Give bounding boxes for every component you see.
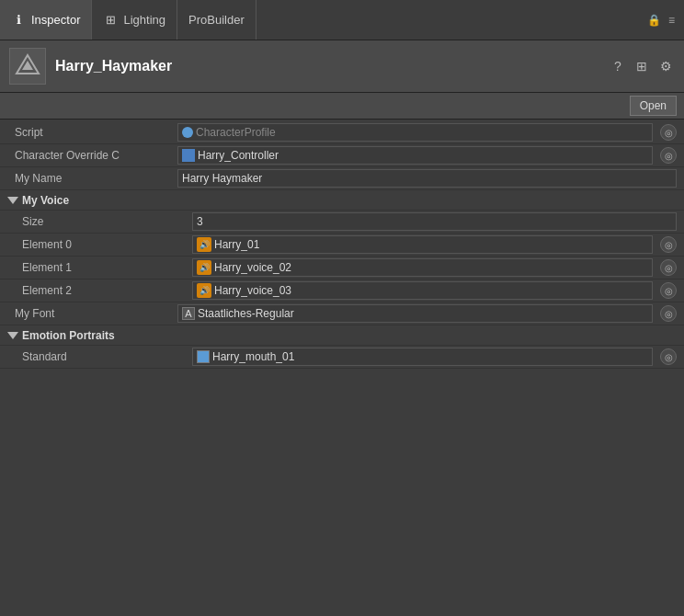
element-2-value-text: Harry_voice_03	[214, 284, 291, 297]
lighting-icon: ⊞	[103, 13, 118, 28]
inspector-panel: Harry_Haymaker ? ⊞ ⚙ Open Script Charact…	[0, 40, 684, 616]
open-button[interactable]: Open	[630, 96, 677, 116]
tab-bar-actions: 🔒 ≡	[647, 0, 684, 40]
object-icon	[9, 48, 46, 85]
character-override-input[interactable]: Harry_Controller	[177, 146, 653, 165]
script-value-wrapper: CharacterProfile ◎	[177, 123, 677, 142]
element-0-value-text: Harry_01	[214, 238, 259, 251]
more-icon[interactable]: ≡	[668, 14, 675, 27]
my-font-label: My Font	[7, 307, 177, 320]
my-font-row: My Font A Staatliches-Regular ◎	[0, 302, 684, 325]
element-0-label: Element 0	[22, 238, 192, 251]
texture-icon	[197, 350, 210, 363]
emotion-portraits-section[interactable]: Emotion Portraits	[0, 325, 684, 346]
my-voice-label: My Voice	[22, 194, 69, 207]
tab-inspector[interactable]: ℹ Inspector	[0, 0, 92, 40]
standard-value-text: Harry_mouth_01	[212, 350, 294, 363]
my-name-value-text: Harry Haymaker	[182, 172, 262, 185]
script-row: Script CharacterProfile ◎	[0, 121, 684, 144]
prefab-cube-icon	[182, 149, 195, 162]
fields-container: Script CharacterProfile ◎ Character Over…	[0, 120, 684, 371]
element-1-input[interactable]: 🔊 Harry_voice_02	[192, 258, 653, 277]
element-1-value-text: Harry_voice_02	[214, 261, 291, 274]
size-row: Size 3	[0, 211, 684, 234]
size-label: Size	[22, 215, 192, 228]
my-name-row: My Name Harry Haymaker	[0, 167, 684, 190]
font-icon: A	[182, 307, 195, 320]
character-override-circle-btn[interactable]: ◎	[660, 147, 677, 164]
probuilder-tab-label: ProBuilder	[188, 13, 245, 27]
size-value-wrapper: 3	[192, 212, 677, 231]
lighting-tab-label: Lighting	[123, 13, 165, 27]
character-override-value-text: Harry_Controller	[198, 149, 279, 162]
lock-icon[interactable]: 🔒	[647, 14, 661, 27]
standard-row: Standard Harry_mouth_01 ◎	[0, 346, 684, 369]
element-1-circle-btn[interactable]: ◎	[660, 259, 677, 276]
my-name-input[interactable]: Harry Haymaker	[177, 169, 677, 188]
my-name-label: My Name	[7, 172, 177, 185]
audio-clip-1-icon: 🔊	[197, 260, 211, 275]
header-actions: ? ⊞ ⚙	[609, 57, 675, 75]
inspector-tab-label: Inspector	[31, 13, 80, 27]
standard-input[interactable]: Harry_mouth_01	[192, 348, 653, 366]
element-1-label: Element 1	[22, 261, 192, 274]
size-input[interactable]: 3	[192, 212, 677, 231]
my-name-value-wrapper: Harry Haymaker	[177, 169, 677, 188]
element-1-row: Element 1 🔊 Harry_voice_02 ◎	[0, 257, 684, 279]
character-override-row: Character Override C Harry_Controller ◎	[0, 144, 684, 167]
my-font-value-text: Staatliches-Regular	[198, 307, 294, 320]
element-0-input[interactable]: 🔊 Harry_01	[192, 235, 653, 254]
element-2-circle-btn[interactable]: ◎	[660, 282, 677, 299]
standard-label: Standard	[22, 350, 192, 363]
my-font-circle-btn[interactable]: ◎	[660, 305, 677, 322]
element-2-input[interactable]: 🔊 Harry_voice_03	[192, 281, 653, 300]
audio-clip-0-icon: 🔊	[197, 237, 211, 252]
character-override-value-wrapper: Harry_Controller ◎	[177, 146, 677, 165]
element-2-label: Element 2	[22, 284, 192, 297]
element-2-row: Element 2 🔊 Harry_voice_03 ◎	[0, 279, 684, 302]
element-0-circle-btn[interactable]: ◎	[660, 236, 677, 253]
tab-probuilder[interactable]: ProBuilder	[177, 0, 256, 40]
my-voice-section[interactable]: My Voice	[0, 190, 684, 211]
script-input[interactable]: CharacterProfile	[177, 123, 653, 142]
object-header: Harry_Haymaker ? ⊞ ⚙	[0, 40, 684, 93]
tab-bar: ℹ Inspector ⊞ Lighting ProBuilder 🔒 ≡	[0, 0, 684, 40]
audio-clip-2-icon: 🔊	[197, 283, 211, 298]
layout-icon[interactable]: ⊞	[633, 57, 651, 75]
my-font-value-wrapper: A Staatliches-Regular ◎	[177, 304, 677, 323]
script-circle-btn[interactable]: ◎	[660, 124, 677, 141]
element-1-value-wrapper: 🔊 Harry_voice_02 ◎	[192, 258, 677, 277]
script-label: Script	[7, 126, 177, 139]
script-dot-icon	[182, 127, 193, 138]
script-value-text: CharacterProfile	[196, 126, 276, 139]
settings-icon[interactable]: ⚙	[656, 57, 675, 75]
standard-value-wrapper: Harry_mouth_01 ◎	[192, 348, 677, 366]
help-icon[interactable]: ?	[609, 57, 627, 75]
emotion-portraits-label: Emotion Portraits	[22, 329, 115, 342]
my-font-input[interactable]: A Staatliches-Regular	[177, 304, 653, 323]
size-value-text: 3	[197, 215, 203, 228]
emotion-portraits-triangle	[7, 332, 18, 339]
my-voice-triangle	[7, 197, 18, 204]
element-0-value-wrapper: 🔊 Harry_01 ◎	[192, 235, 677, 254]
standard-circle-btn[interactable]: ◎	[660, 348, 677, 365]
object-name: Harry_Haymaker	[55, 58, 599, 74]
element-2-value-wrapper: 🔊 Harry_voice_03 ◎	[192, 281, 677, 300]
element-0-row: Element 0 🔊 Harry_01 ◎	[0, 234, 684, 257]
tab-lighting[interactable]: ⊞ Lighting	[92, 0, 177, 40]
character-override-label: Character Override C	[7, 149, 177, 162]
inspector-icon: ℹ	[11, 13, 26, 28]
